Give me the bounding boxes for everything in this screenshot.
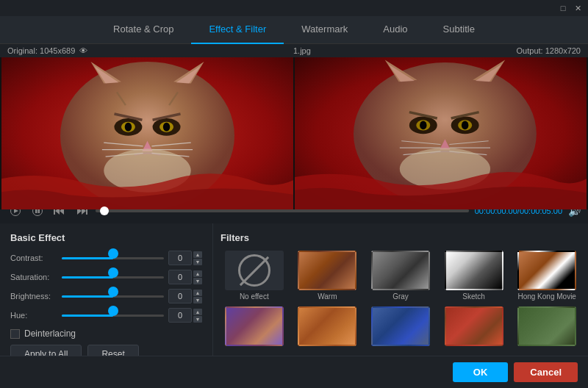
saturation-spinner[interactable]: ▲ ▼ xyxy=(193,270,202,284)
filter-thumb-f8 xyxy=(371,306,430,346)
svg-point-36 xyxy=(420,121,426,129)
filter-label-sketch: Sketch xyxy=(462,292,485,301)
filters-title: Filters xyxy=(220,232,581,243)
filter-sketch[interactable]: Sketch xyxy=(440,251,508,301)
hue-up[interactable]: ▲ xyxy=(193,309,202,315)
hue-down[interactable]: ▼ xyxy=(193,316,202,323)
svg-point-37 xyxy=(462,121,468,129)
tab-effect[interactable]: Effect & Filter xyxy=(191,16,284,44)
hue-value: 0 xyxy=(168,308,192,323)
saturation-row: Saturation: 0 ▲ ▼ xyxy=(10,270,202,284)
video-panel-right xyxy=(295,57,587,209)
brightness-row: Brightness: 0 ▲ ▼ xyxy=(10,289,202,303)
hue-label: Hue: xyxy=(10,311,62,320)
tab-watermark[interactable]: Watermark xyxy=(284,16,365,44)
filter-gray[interactable]: Gray xyxy=(367,251,434,301)
saturation-value: 0 xyxy=(168,270,192,284)
tab-bar: Rotate & Crop Effect & Filter Watermark … xyxy=(0,16,588,44)
action-bar: OK Cancel xyxy=(0,356,588,388)
filter-f6[interactable] xyxy=(220,306,288,348)
basic-effect-title: Basic Effect xyxy=(10,232,202,243)
brightness-slider[interactable] xyxy=(62,290,164,302)
filter-thumb-no-effect xyxy=(225,251,284,290)
contrast-thumb[interactable] xyxy=(108,248,118,259)
brightness-label: Brightness: xyxy=(10,292,62,301)
hue-spinner[interactable]: ▲ ▼ xyxy=(193,309,202,323)
filter-thumb-f7 xyxy=(298,306,356,346)
minimize-button[interactable]: □ xyxy=(557,2,569,14)
saturation-down[interactable]: ▼ xyxy=(193,278,202,284)
progress-dot[interactable] xyxy=(100,206,109,215)
ok-button[interactable]: OK xyxy=(453,362,509,382)
deinterlace-row: Deinterlacing xyxy=(10,328,202,339)
hue-thumb[interactable] xyxy=(108,306,118,316)
filter-label-gray: Gray xyxy=(392,292,409,301)
video-panel-left xyxy=(1,57,293,209)
brightness-down[interactable]: ▼ xyxy=(193,297,202,303)
filter-warm[interactable]: Warm xyxy=(294,251,362,301)
filter-thumb-f9 xyxy=(445,306,503,346)
saturation-label: Saturation: xyxy=(10,273,62,281)
tab-rotate[interactable]: Rotate & Crop xyxy=(96,16,191,44)
output-size-label: Output: 1280x720 xyxy=(517,46,581,55)
filter-f7[interactable] xyxy=(294,306,362,348)
deinterlace-label: Deinterlacing xyxy=(24,328,76,339)
brightness-up[interactable]: ▲ xyxy=(193,290,202,296)
main-content-wrapper: Basic Effect Contrast: 0 ▲ ▼ Saturati xyxy=(0,223,588,388)
contrast-down[interactable]: ▼ xyxy=(193,259,202,265)
output-video xyxy=(295,57,587,209)
svg-point-13 xyxy=(125,123,132,132)
filter-label-no-effect: No effect xyxy=(240,292,269,301)
original-size-label: Original: 1045x689 xyxy=(7,46,75,55)
filter-thumb-hk xyxy=(517,251,576,290)
eye-icon[interactable]: 👁 xyxy=(79,46,87,55)
preview-area: Original: 1045x689 👁 1.jpg Output: 1280x… xyxy=(0,44,588,198)
preview-videos xyxy=(0,57,588,209)
filter-f8[interactable] xyxy=(367,306,434,348)
filter-no-effect[interactable]: No effect xyxy=(220,251,288,301)
filter-hk[interactable]: Hong Kong Movie xyxy=(513,251,581,301)
filter-thumb-gray xyxy=(371,251,430,290)
filename-label: 1.jpg xyxy=(293,46,311,55)
filters-grid: No effect Warm Gray Sketch xyxy=(220,251,581,348)
preview-header: Original: 1045x689 👁 1.jpg Output: 1280x… xyxy=(0,44,588,57)
hue-row: Hue: 0 ▲ ▼ xyxy=(10,308,202,323)
svg-point-14 xyxy=(163,123,170,132)
contrast-spinner[interactable]: ▲ ▼ xyxy=(193,251,202,265)
contrast-slider[interactable] xyxy=(62,252,164,264)
deinterlace-checkbox[interactable] xyxy=(10,329,20,339)
tab-subtitle[interactable]: Subtitle xyxy=(426,16,492,44)
title-bar: □ ✕ xyxy=(0,0,588,16)
filter-thumb-warm xyxy=(298,251,356,290)
no-effect-icon xyxy=(238,254,270,287)
saturation-slider[interactable] xyxy=(62,271,164,283)
filter-label-warm: Warm xyxy=(318,292,337,301)
brightness-value: 0 xyxy=(168,289,192,303)
original-video xyxy=(1,57,293,209)
hue-slider[interactable] xyxy=(62,309,164,321)
contrast-row: Contrast: 0 ▲ ▼ xyxy=(10,251,202,265)
saturation-thumb[interactable] xyxy=(108,267,118,278)
cancel-button[interactable]: Cancel xyxy=(514,362,578,382)
brightness-spinner[interactable]: ▲ ▼ xyxy=(193,290,202,303)
close-button[interactable]: ✕ xyxy=(572,2,584,14)
filter-thumb-f10 xyxy=(517,306,576,346)
filter-label-hk: Hong Kong Movie xyxy=(517,292,576,301)
contrast-up[interactable]: ▲ xyxy=(193,251,202,258)
tab-audio[interactable]: Audio xyxy=(365,16,425,44)
progress-bar[interactable] xyxy=(96,209,469,212)
filter-thumb-f6 xyxy=(225,306,284,346)
filter-f10[interactable] xyxy=(513,306,581,348)
filter-thumb-sketch xyxy=(445,251,503,290)
contrast-value: 0 xyxy=(168,251,192,265)
saturation-up[interactable]: ▲ xyxy=(193,270,202,277)
contrast-label: Contrast: xyxy=(10,254,62,262)
filter-f9[interactable] xyxy=(440,306,508,348)
brightness-thumb[interactable] xyxy=(108,287,118,297)
